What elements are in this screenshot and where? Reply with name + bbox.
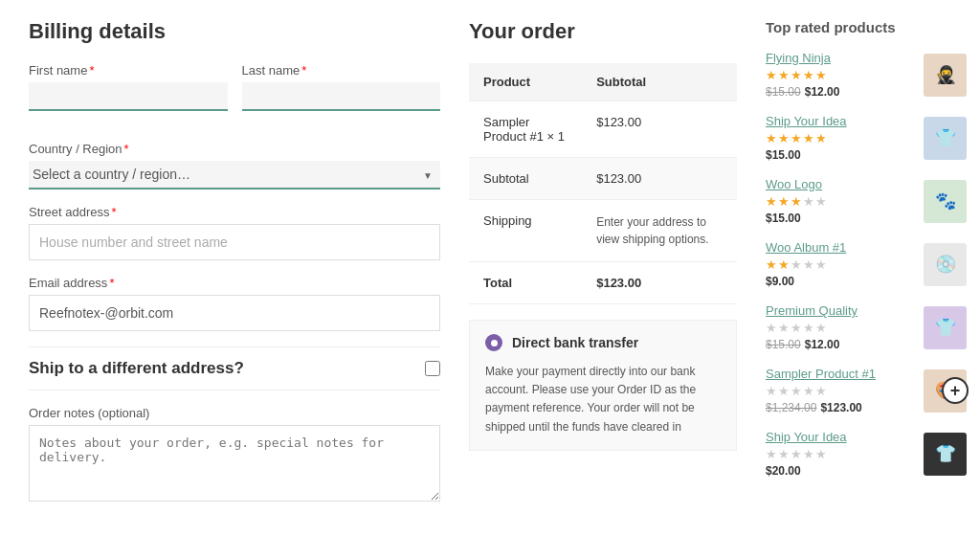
- star-icon: ★: [791, 194, 803, 209]
- star-icon: ★: [766, 447, 778, 461]
- star-icon: ★: [791, 447, 803, 461]
- star-icon: ★: [766, 131, 778, 145]
- street-label: Street address*: [29, 205, 440, 219]
- total-label: Total: [469, 262, 582, 304]
- product-thumbnail: 🥷: [924, 54, 967, 97]
- product-item: Sampler Product #1 ★★★★★ $1,234.00$123.0…: [766, 367, 967, 414]
- country-select[interactable]: Select a country / region…: [29, 161, 440, 190]
- product-stars: ★★★★★: [766, 68, 914, 82]
- star-icon: ★: [766, 68, 778, 82]
- first-name-input[interactable]: [29, 82, 228, 111]
- sidebar-section: Top rated products Flying Ninja ★★★★★ $1…: [766, 19, 967, 517]
- order-notes-label: Order notes (optional): [29, 406, 440, 420]
- product-thumbnail: 👕: [924, 433, 967, 476]
- product-link[interactable]: Woo Logo: [766, 177, 914, 191]
- star-icon: ★: [791, 257, 803, 272]
- price-new: $123.00: [820, 401, 861, 414]
- payment-option-label: Direct bank transfer: [512, 335, 638, 350]
- product-stars: ★★★★★: [766, 131, 914, 145]
- star-icon: ★: [803, 384, 815, 398]
- product-info: Woo Album #1 ★★★★★ $9.00: [766, 240, 914, 288]
- star-icon: ★: [803, 257, 815, 272]
- product-item: Woo Album #1 ★★★★★ $9.00 💿: [766, 240, 967, 288]
- star-icon: ★: [815, 68, 828, 82]
- star-icon: ★: [815, 257, 828, 272]
- star-icon: ★: [803, 68, 815, 82]
- order-shipping-row: Shipping Enter your address to view ship…: [469, 200, 737, 262]
- product-thumbnail: 💿: [924, 243, 967, 286]
- subtotal-value: $123.00: [582, 158, 737, 200]
- product-thumbnail: 👕: [924, 117, 967, 160]
- product-info: Ship Your Idea ★★★★★ $20.00: [766, 430, 914, 478]
- order-table: Product Subtotal Sampler Product #1 × 1 …: [469, 63, 737, 304]
- price-new: $12.00: [805, 85, 840, 99]
- product-info: Woo Logo ★★★★★ $15.00: [766, 177, 914, 225]
- price-new: $15.00: [766, 148, 801, 162]
- shipping-value: Enter your address to view shipping opti…: [582, 200, 737, 262]
- payment-option: Direct bank transfer: [485, 334, 721, 351]
- order-subtotal-row: Subtotal $123.00: [469, 158, 737, 200]
- star-icon: ★: [766, 194, 778, 209]
- star-icon: ★: [778, 68, 791, 82]
- product-info: Premium Quality ★★★★★ $15.00$12.00: [766, 303, 914, 351]
- star-icon: ★: [815, 384, 828, 398]
- street-input[interactable]: [29, 224, 440, 260]
- ship-different-section: Ship to a different address?: [29, 346, 440, 391]
- order-title: Your order: [469, 19, 737, 44]
- product-link[interactable]: Woo Album #1: [766, 240, 914, 255]
- star-icon: ★: [778, 384, 791, 398]
- product-stars: ★★★★★: [766, 321, 914, 335]
- star-icon: ★: [803, 321, 815, 335]
- product-stars: ★★★★★: [766, 384, 914, 398]
- subtotal-label: Subtotal: [469, 158, 582, 200]
- ship-different-label: Ship to a different address?: [29, 359, 244, 378]
- product-price: $1,234.00$123.00: [766, 401, 914, 414]
- product-price: $20.00: [766, 464, 914, 478]
- star-icon: ★: [778, 257, 791, 272]
- first-name-label: First name*: [29, 63, 228, 78]
- product-item: Ship Your Idea ★★★★★ $20.00 👕: [766, 430, 967, 478]
- product-stars: ★★★★★: [766, 194, 914, 209]
- product-price: $15.00: [766, 212, 914, 225]
- last-name-input[interactable]: [242, 82, 441, 111]
- add-to-cart-button[interactable]: +: [942, 377, 969, 404]
- star-icon: ★: [791, 131, 803, 145]
- star-icon: ★: [815, 131, 828, 145]
- price-new: $12.00: [805, 338, 840, 351]
- star-icon: ★: [803, 447, 815, 461]
- product-link[interactable]: Sampler Product #1: [766, 367, 914, 381]
- shipping-label: Shipping: [469, 200, 582, 262]
- star-icon: ★: [778, 194, 791, 209]
- product-info: Sampler Product #1 ★★★★★ $1,234.00$123.0…: [766, 367, 914, 414]
- price-new: $9.00: [766, 275, 794, 288]
- star-icon: ★: [815, 321, 828, 335]
- billing-section: Billing details First name* Last name* C…: [29, 19, 440, 517]
- product-item: Flying Ninja ★★★★★ $15.00$12.00 🥷: [766, 51, 967, 99]
- last-name-label: Last name*: [242, 63, 441, 78]
- star-icon: ★: [778, 447, 791, 461]
- price-new: $20.00: [766, 464, 801, 478]
- product-price: $15.00$12.00: [766, 85, 914, 99]
- ship-different-checkbox[interactable]: [425, 361, 440, 376]
- email-input[interactable]: [29, 295, 440, 331]
- star-icon: ★: [766, 321, 778, 335]
- product-item: Woo Logo ★★★★★ $15.00 🐾: [766, 177, 967, 225]
- order-notes-textarea[interactable]: [29, 425, 440, 502]
- order-item-row: Sampler Product #1 × 1 $123.00: [469, 101, 737, 158]
- product-info: Ship Your Idea ★★★★★ $15.00: [766, 114, 914, 162]
- product-stars: ★★★★★: [766, 257, 914, 272]
- product-link[interactable]: Flying Ninja: [766, 51, 914, 65]
- product-info: Flying Ninja ★★★★★ $15.00$12.00: [766, 51, 914, 99]
- payment-radio[interactable]: [485, 334, 502, 351]
- col-subtotal: Subtotal: [582, 63, 737, 101]
- price-old: $15.00: [766, 85, 801, 99]
- product-item: Premium Quality ★★★★★ $15.00$12.00 👕: [766, 303, 967, 351]
- payment-section: Direct bank transfer Make your payment d…: [469, 320, 737, 451]
- product-link[interactable]: Ship Your Idea: [766, 430, 914, 444]
- price-new: $15.00: [766, 212, 801, 225]
- order-item-name: Sampler Product #1 × 1: [469, 101, 582, 158]
- star-icon: ★: [791, 321, 803, 335]
- product-link[interactable]: Premium Quality: [766, 303, 914, 318]
- product-link[interactable]: Ship Your Idea: [766, 114, 914, 128]
- price-old: $1,234.00: [766, 401, 816, 414]
